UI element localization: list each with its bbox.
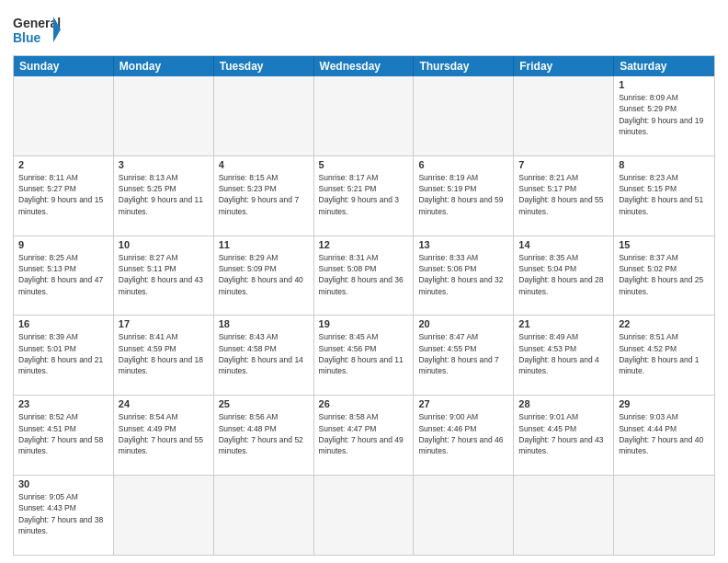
- day-16: 16Sunrise: 8:39 AM Sunset: 5:01 PM Dayli…: [14, 316, 114, 395]
- day-20: 20Sunrise: 8:47 AM Sunset: 4:55 PM Dayli…: [414, 316, 514, 395]
- calendar-header: SundayMondayTuesdayWednesdayThursdayFrid…: [14, 56, 714, 76]
- empty-cell: [114, 76, 214, 155]
- day-6: 6Sunrise: 8:19 AM Sunset: 5:19 PM Daylig…: [414, 156, 514, 236]
- week-row-1: 2Sunrise: 8:11 AM Sunset: 5:27 PM Daylig…: [14, 155, 714, 236]
- day-19: 19Sunrise: 8:45 AM Sunset: 4:56 PM Dayli…: [314, 316, 415, 395]
- day-9: 9Sunrise: 8:25 AM Sunset: 5:13 PM Daylig…: [14, 236, 114, 316]
- day-number-26: 26: [319, 398, 409, 409]
- sun-info-30: Sunrise: 9:05 AM Sunset: 4:43 PM Dayligh…: [18, 491, 108, 536]
- day-number-2: 2: [18, 159, 108, 170]
- day-number-10: 10: [119, 239, 209, 250]
- page-header: General Blue: [13, 9, 715, 50]
- day-number-24: 24: [119, 398, 209, 409]
- day-number-7: 7: [518, 159, 609, 170]
- day-23: 23Sunrise: 8:52 AM Sunset: 4:51 PM Dayli…: [14, 396, 114, 475]
- day-number-25: 25: [219, 398, 309, 409]
- day-24: 24Sunrise: 8:54 AM Sunset: 4:49 PM Dayli…: [114, 396, 214, 475]
- sun-info-27: Sunrise: 9:00 AM Sunset: 4:46 PM Dayligh…: [418, 411, 508, 456]
- empty-cell: [314, 76, 415, 155]
- day-number-21: 21: [518, 318, 609, 329]
- day-number-19: 19: [319, 318, 409, 329]
- empty-cell: [414, 476, 514, 555]
- day-number-13: 13: [418, 239, 508, 250]
- week-row-2: 9Sunrise: 8:25 AM Sunset: 5:13 PM Daylig…: [14, 236, 714, 316]
- sun-info-20: Sunrise: 8:47 AM Sunset: 4:55 PM Dayligh…: [418, 331, 508, 376]
- day-30: 30Sunrise: 9:05 AM Sunset: 4:43 PM Dayli…: [14, 476, 114, 555]
- day-22: 22Sunrise: 8:51 AM Sunset: 4:52 PM Dayli…: [614, 316, 714, 395]
- sun-info-24: Sunrise: 8:54 AM Sunset: 4:49 PM Dayligh…: [119, 411, 209, 456]
- sun-info-10: Sunrise: 8:27 AM Sunset: 5:11 PM Dayligh…: [119, 252, 209, 297]
- sun-info-28: Sunrise: 9:01 AM Sunset: 4:45 PM Dayligh…: [518, 411, 609, 456]
- day-25: 25Sunrise: 8:56 AM Sunset: 4:48 PM Dayli…: [214, 396, 314, 475]
- day-number-11: 11: [219, 239, 309, 250]
- day-number-8: 8: [619, 159, 710, 170]
- sun-info-18: Sunrise: 8:43 AM Sunset: 4:58 PM Dayligh…: [219, 331, 309, 376]
- day-2: 2Sunrise: 8:11 AM Sunset: 5:27 PM Daylig…: [14, 156, 114, 236]
- calendar-body: 1Sunrise: 8:09 AM Sunset: 5:29 PM Daylig…: [14, 76, 714, 555]
- day-7: 7Sunrise: 8:21 AM Sunset: 5:17 PM Daylig…: [514, 156, 614, 236]
- header-saturday: Saturday: [614, 56, 714, 76]
- day-29: 29Sunrise: 9:03 AM Sunset: 4:44 PM Dayli…: [614, 396, 714, 475]
- day-13: 13Sunrise: 8:33 AM Sunset: 5:06 PM Dayli…: [414, 236, 514, 316]
- sun-info-12: Sunrise: 8:31 AM Sunset: 5:08 PM Dayligh…: [319, 252, 409, 297]
- day-number-23: 23: [18, 398, 108, 409]
- sun-info-25: Sunrise: 8:56 AM Sunset: 4:48 PM Dayligh…: [219, 411, 309, 456]
- day-number-17: 17: [119, 318, 209, 329]
- week-row-5: 30Sunrise: 9:05 AM Sunset: 4:43 PM Dayli…: [14, 475, 714, 555]
- header-friday: Friday: [514, 56, 614, 76]
- sun-info-1: Sunrise: 8:09 AM Sunset: 5:29 PM Dayligh…: [619, 92, 710, 137]
- sun-info-21: Sunrise: 8:49 AM Sunset: 4:53 PM Dayligh…: [518, 331, 609, 376]
- day-number-15: 15: [619, 239, 710, 250]
- sun-info-11: Sunrise: 8:29 AM Sunset: 5:09 PM Dayligh…: [219, 252, 309, 297]
- day-1: 1Sunrise: 8:09 AM Sunset: 5:29 PM Daylig…: [614, 76, 714, 155]
- day-21: 21Sunrise: 8:49 AM Sunset: 4:53 PM Dayli…: [514, 316, 614, 395]
- calendar: SundayMondayTuesdayWednesdayThursdayFrid…: [13, 55, 715, 556]
- sun-info-8: Sunrise: 8:23 AM Sunset: 5:15 PM Dayligh…: [619, 172, 710, 217]
- sun-info-2: Sunrise: 8:11 AM Sunset: 5:27 PM Dayligh…: [18, 172, 108, 217]
- day-14: 14Sunrise: 8:35 AM Sunset: 5:04 PM Dayli…: [514, 236, 614, 316]
- empty-cell: [114, 476, 214, 555]
- day-4: 4Sunrise: 8:15 AM Sunset: 5:23 PM Daylig…: [214, 156, 314, 236]
- day-number-27: 27: [418, 398, 508, 409]
- week-row-4: 23Sunrise: 8:52 AM Sunset: 4:51 PM Dayli…: [14, 395, 714, 475]
- day-number-3: 3: [119, 159, 209, 170]
- sun-info-13: Sunrise: 8:33 AM Sunset: 5:06 PM Dayligh…: [418, 252, 508, 297]
- empty-cell: [514, 76, 614, 155]
- header-sunday: Sunday: [14, 56, 114, 76]
- day-17: 17Sunrise: 8:41 AM Sunset: 4:59 PM Dayli…: [114, 316, 214, 395]
- sun-info-17: Sunrise: 8:41 AM Sunset: 4:59 PM Dayligh…: [119, 331, 209, 376]
- header-tuesday: Tuesday: [214, 56, 314, 76]
- empty-cell: [614, 476, 714, 555]
- empty-cell: [214, 76, 314, 155]
- day-number-16: 16: [18, 318, 108, 329]
- empty-cell: [14, 76, 114, 155]
- header-monday: Monday: [114, 56, 214, 76]
- day-11: 11Sunrise: 8:29 AM Sunset: 5:09 PM Dayli…: [214, 236, 314, 316]
- logo: General Blue: [13, 9, 61, 50]
- empty-cell: [514, 476, 614, 555]
- day-number-6: 6: [418, 159, 508, 170]
- sun-info-19: Sunrise: 8:45 AM Sunset: 4:56 PM Dayligh…: [319, 331, 409, 376]
- sun-info-29: Sunrise: 9:03 AM Sunset: 4:44 PM Dayligh…: [619, 411, 710, 456]
- sun-info-14: Sunrise: 8:35 AM Sunset: 5:04 PM Dayligh…: [518, 252, 609, 297]
- logo-svg: General Blue: [13, 9, 61, 50]
- sun-info-5: Sunrise: 8:17 AM Sunset: 5:21 PM Dayligh…: [319, 172, 409, 217]
- day-10: 10Sunrise: 8:27 AM Sunset: 5:11 PM Dayli…: [114, 236, 214, 316]
- day-number-20: 20: [418, 318, 508, 329]
- day-3: 3Sunrise: 8:13 AM Sunset: 5:25 PM Daylig…: [114, 156, 214, 236]
- day-number-18: 18: [219, 318, 309, 329]
- sun-info-23: Sunrise: 8:52 AM Sunset: 4:51 PM Dayligh…: [18, 411, 108, 456]
- empty-cell: [414, 76, 514, 155]
- day-number-14: 14: [518, 239, 609, 250]
- sun-info-22: Sunrise: 8:51 AM Sunset: 4:52 PM Dayligh…: [619, 331, 710, 376]
- day-number-5: 5: [319, 159, 409, 170]
- empty-cell: [214, 476, 314, 555]
- day-12: 12Sunrise: 8:31 AM Sunset: 5:08 PM Dayli…: [314, 236, 415, 316]
- day-28: 28Sunrise: 9:01 AM Sunset: 4:45 PM Dayli…: [514, 396, 614, 475]
- day-27: 27Sunrise: 9:00 AM Sunset: 4:46 PM Dayli…: [414, 396, 514, 475]
- day-15: 15Sunrise: 8:37 AM Sunset: 5:02 PM Dayli…: [614, 236, 714, 316]
- day-number-28: 28: [518, 398, 609, 409]
- day-number-4: 4: [219, 159, 309, 170]
- day-number-29: 29: [619, 398, 710, 409]
- day-5: 5Sunrise: 8:17 AM Sunset: 5:21 PM Daylig…: [314, 156, 415, 236]
